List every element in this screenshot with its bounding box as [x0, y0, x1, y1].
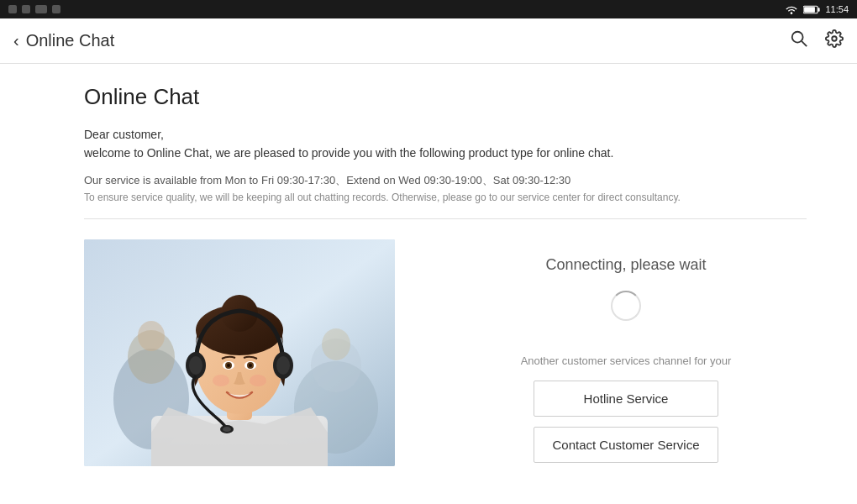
service-hours: Our service is available from Mon to Fri…	[84, 173, 807, 188]
main-content: Online Chat Dear customer, welcome to On…	[0, 64, 857, 504]
right-panel: Connecting, please wait Another customer…	[445, 239, 807, 473]
svg-point-12	[322, 328, 350, 360]
contact-customer-service-button[interactable]: Contact Customer Service	[534, 427, 718, 463]
nav-left: ‹ Online Chat	[13, 31, 114, 50]
svg-point-28	[189, 356, 202, 375]
nav-right	[790, 29, 844, 52]
svg-line-4	[802, 41, 807, 46]
svg-point-9	[138, 321, 165, 351]
cs-illustration	[84, 239, 395, 466]
svg-point-26	[250, 375, 266, 386]
page-title: Online Chat	[84, 84, 807, 110]
search-icon[interactable]	[790, 29, 808, 52]
svg-point-21	[227, 364, 230, 367]
status-bar-right: 11:54	[785, 4, 849, 14]
status-icon-4	[52, 5, 60, 13]
divider	[84, 218, 807, 219]
hotline-service-button[interactable]: Hotline Service	[534, 381, 718, 417]
wifi-icon	[785, 4, 798, 14]
customer-service-image	[84, 239, 395, 466]
status-time: 11:54	[825, 4, 849, 14]
svg-point-3	[792, 32, 803, 43]
status-icon-1	[8, 5, 17, 13]
svg-point-5	[832, 36, 837, 41]
status-bar: 11:54	[0, 0, 857, 18]
intro-line1: Dear customer, welcome to Online Chat, w…	[84, 125, 807, 163]
nav-title: Online Chat	[26, 31, 115, 50]
status-icon-3	[35, 5, 47, 13]
content-row: Connecting, please wait Another customer…	[84, 239, 807, 473]
back-button[interactable]: ‹	[13, 31, 19, 50]
svg-rect-2	[818, 8, 820, 11]
channel-text: Another customer services channel for yo…	[521, 354, 732, 367]
loading-spinner	[611, 291, 641, 321]
settings-icon[interactable]	[825, 29, 844, 52]
status-bar-left	[8, 5, 60, 13]
svg-point-32	[223, 427, 231, 432]
connecting-text: Connecting, please wait	[545, 256, 706, 274]
disclaimer: To ensure service quality, we will be ke…	[84, 192, 807, 203]
status-icon-2	[22, 5, 30, 13]
nav-bar: ‹ Online Chat	[0, 18, 857, 64]
svg-point-24	[249, 364, 252, 367]
svg-point-25	[213, 375, 229, 386]
battery-icon	[803, 5, 820, 14]
svg-rect-1	[805, 7, 816, 12]
svg-point-30	[276, 356, 290, 375]
